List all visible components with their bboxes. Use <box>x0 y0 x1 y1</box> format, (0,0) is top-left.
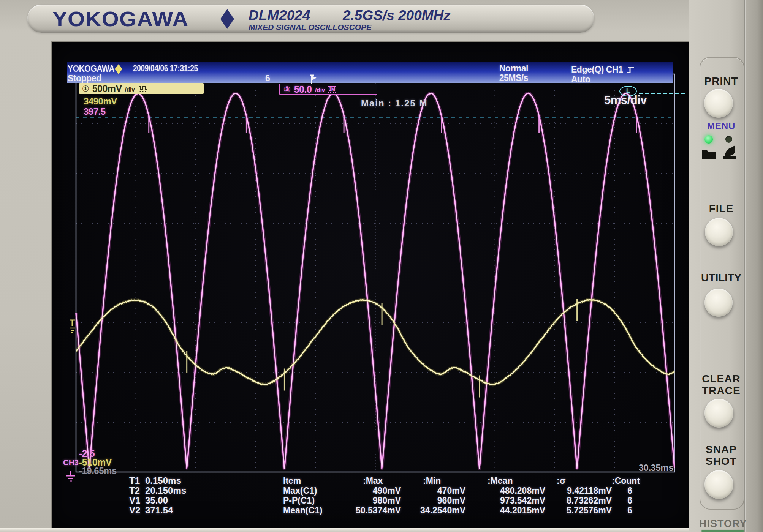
ch3-impedance: 1M <box>328 86 336 93</box>
ch3-name: CH3 <box>63 458 79 467</box>
measure-value: 6 <box>612 486 642 496</box>
cursor-row: V135.00 <box>129 496 186 505</box>
print-button[interactable] <box>704 89 733 118</box>
print-button-label: PRINT <box>699 75 743 87</box>
window-left-time: -19.65ms <box>79 466 117 476</box>
lcd-screen <box>52 42 689 528</box>
file-button-label: FILE <box>699 203 743 215</box>
measure-value: 9.42118mV <box>545 486 612 496</box>
measure-value: 6 <box>612 505 642 515</box>
folder-icon <box>701 147 716 160</box>
menu-led-on <box>704 135 713 144</box>
cursor-value: 35.00 <box>145 496 168 505</box>
measure-item: P-P(C1) <box>283 496 355 505</box>
ch1-range-top: 3490mV <box>84 96 117 107</box>
cursor-label: T2 <box>129 486 145 496</box>
model-subtitle: MIXED SIGNAL OSCILLOSCOPE <box>249 23 372 32</box>
acq-count: 6 <box>265 73 270 84</box>
cursor-row: V2371.54 <box>129 505 186 515</box>
utility-button[interactable] <box>704 289 733 317</box>
measure-value: 490mV <box>355 486 401 496</box>
history-backlight <box>701 530 744 532</box>
ch3-range-top: 397.5 <box>84 106 106 117</box>
measure-value: 5.72576mV <box>545 505 612 515</box>
acq-mode: Normal <box>490 63 528 74</box>
measure-item: Mean(C1) <box>283 505 355 515</box>
measure-header: :Max <box>355 476 401 486</box>
panel-groove-highlight <box>745 0 746 532</box>
file-button[interactable] <box>705 218 733 246</box>
utility-button-label: UTILITY <box>699 272 743 284</box>
ch3-settings-box: ③ 50.0 /div 1M <box>279 84 377 95</box>
screen-brand: YOKOGAWA <box>68 63 114 74</box>
datetime: 2009/04/06 17:31:25 <box>133 63 198 74</box>
measure-item: Max(C1) <box>283 486 355 496</box>
ch3-badge: ③ <box>283 85 291 94</box>
ch1-settings-box: ① 500mV /div <box>79 83 204 94</box>
window-right-time: 30.35ms <box>619 463 673 473</box>
measure-value: 50.5374mV <box>355 505 401 515</box>
cursor-row: T10.150ms <box>129 476 186 486</box>
ch1-coupling-icon <box>138 84 148 93</box>
measure-value: 470mV <box>401 486 465 496</box>
snap-shot-button[interactable] <box>704 470 733 499</box>
cursor-readouts: T10.150msT220.150msV135.00V2371.54 <box>129 476 186 515</box>
rising-edge-icon <box>626 65 635 74</box>
bottom-bezel <box>0 528 689 532</box>
measure-value: 480.208mV <box>465 486 545 496</box>
measurement-table: Item:Max:Min:Mean:σ:CountMax(C1)490mV470… <box>283 476 642 515</box>
ch3-per-div: /div <box>315 87 325 94</box>
measure-value: 6 <box>612 496 642 505</box>
clear-trace-button[interactable] <box>704 399 733 428</box>
menu-label: MENU <box>699 121 743 131</box>
measure-value: 44.2015mV <box>465 505 545 515</box>
brand-logo: YOKOGAWA <box>52 7 188 31</box>
model-name: DLM2024 <box>249 8 310 24</box>
snap-shot-label-2: SHOT <box>699 455 743 467</box>
measure-header: :σ <box>545 476 612 486</box>
measure-value: 34.2540mV <box>401 505 465 515</box>
ch1-level-marker-icon <box>69 318 76 336</box>
cursor-label: T1 <box>129 476 145 486</box>
oscilloscope-front-panel: YOKOGAWA DLM2024 2.5GS/s 200MHz MIXED SI… <box>0 0 763 532</box>
printer-icon <box>721 145 738 161</box>
ch1-scale: 500mV <box>92 83 122 94</box>
cursor-value: 0.150ms <box>145 476 181 486</box>
trigger-sweep: Auto <box>571 74 590 85</box>
model-specs: 2.5GS/s 200MHz <box>343 8 451 24</box>
acq-status: Stopped <box>68 73 101 84</box>
cursor-value: 371.54 <box>145 505 173 515</box>
cursor-label: V2 <box>129 505 145 515</box>
ch3-ground-icon <box>65 471 76 485</box>
ch1-per-div: /div <box>125 86 135 94</box>
brand-diamond-icon <box>220 9 234 29</box>
sample-rate: 25MS/s <box>490 73 528 83</box>
history-section-label: HISTORY <box>699 518 743 530</box>
menu-led-off <box>725 136 732 143</box>
timebase-main: Main : 1.25 M <box>361 98 427 109</box>
trigger-info: Edge(Q) CH1 <box>571 65 635 75</box>
time-per-div: 5ms/div <box>604 93 647 107</box>
panel-divider <box>701 344 741 344</box>
cursor-row: T220.150ms <box>129 486 186 496</box>
cursor-label: V1 <box>129 496 145 505</box>
snap-shot-label-1: SNAP <box>699 444 743 456</box>
trigger-source: Edge(Q) CH1 <box>571 65 623 75</box>
measure-value: 980mV <box>355 496 401 505</box>
measure-value: 973.542mV <box>465 496 545 505</box>
measure-header: :Count <box>612 476 642 486</box>
cursor-value: 20.150ms <box>145 486 186 496</box>
measure-header: :Mean <box>465 476 545 486</box>
measure-header: :Min <box>401 476 465 486</box>
measure-value: 960mV <box>401 496 465 505</box>
clear-trace-label-1: CLEAR <box>699 373 743 385</box>
clear-trace-label-2: TRACE <box>699 385 743 397</box>
ch1-badge: ① <box>82 84 89 93</box>
measure-header: Item <box>283 476 355 486</box>
measure-value: 8.73262mV <box>545 496 612 505</box>
top-bezel-plate: YOKOGAWA DLM2024 2.5GS/s 200MHz MIXED SI… <box>27 5 594 33</box>
ch3-scale: 50.0 <box>294 84 312 95</box>
